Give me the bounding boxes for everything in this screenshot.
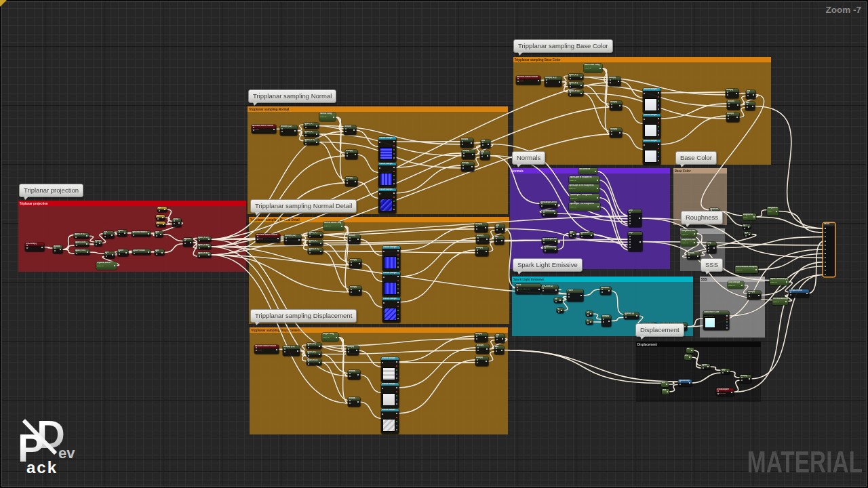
node-multiply[interactable]: Multiply [348, 235, 360, 244]
input-pin[interactable] [382, 362, 383, 363]
output-pin[interactable] [658, 148, 659, 149]
input-pin[interactable] [611, 104, 612, 105]
output-pin[interactable] [573, 234, 574, 235]
node-multiply-2-2-[interactable]: Multiply (2,2) [283, 346, 300, 356]
node-multiply[interactable]: Multiply [460, 138, 473, 148]
input-pin[interactable] [496, 226, 498, 228]
output-pin[interactable] [555, 249, 556, 250]
output-pin[interactable] [580, 77, 582, 78]
input-pin[interactable] [825, 253, 826, 254]
node-mask-b-[interactable]: Mask ( B ) [308, 240, 323, 246]
output-pin[interactable] [618, 81, 619, 82]
comment-box-tripplanar-sampling-normal-detail[interactable]: Tripplanar sampling Normal Detail [249, 217, 509, 324]
comment-header[interactable]: Spark Light Emissive [512, 277, 693, 282]
output-pin[interactable] [396, 417, 397, 418]
output-pin[interactable] [726, 325, 728, 326]
comment-bubble-base-color[interactable]: Base Color [675, 151, 717, 165]
input-pin[interactable] [747, 95, 749, 96]
output-pin[interactable] [580, 295, 582, 296]
output-pin[interactable] [396, 421, 397, 422]
input-pin[interactable] [476, 336, 477, 337]
output-pin[interactable] [684, 326, 686, 327]
input-pin[interactable] [347, 182, 348, 184]
input-pin[interactable] [825, 245, 826, 246]
output-pin[interactable] [639, 218, 640, 219]
input-pin[interactable] [133, 235, 134, 236]
input-pin[interactable] [644, 93, 645, 94]
output-pin[interactable] [471, 142, 472, 144]
node-triplanar-blend[interactable]: Triplanar BlendParam (1) [96, 262, 117, 270]
input-pin[interactable] [587, 314, 589, 316]
output-pin[interactable] [393, 205, 395, 206]
node-wd[interactable]: WD [684, 354, 692, 360]
comment-box-tripplanar-sampling-displacement[interactable]: Tripplanar sampling Displacement [250, 327, 508, 434]
input-pin[interactable] [383, 277, 384, 278]
input-pin[interactable] [477, 252, 478, 253]
output-pin[interactable] [357, 239, 359, 240]
node-add[interactable]: Add [155, 249, 164, 256]
node-add[interactable]: Add [745, 102, 755, 110]
input-pin[interactable] [570, 94, 571, 96]
input-pin[interactable] [309, 244, 311, 245]
node-multiply[interactable]: Multiply [475, 223, 488, 232]
node-smoothstep[interactable]: SmoothStep [678, 380, 692, 386]
output-pin[interactable] [538, 289, 540, 290]
input-pin[interactable] [305, 140, 307, 142]
output-pin[interactable] [597, 188, 598, 189]
node-add[interactable]: Add [480, 151, 490, 160]
output-pin[interactable] [163, 224, 164, 225]
input-pin[interactable] [749, 293, 750, 294]
node-texture-sample[interactable]: Texture Sample [382, 246, 400, 271]
output-pin[interactable] [689, 382, 690, 384]
output-pin[interactable] [276, 349, 277, 350]
output-pin[interactable] [393, 141, 395, 142]
output-pin[interactable] [666, 384, 667, 385]
node-sss-strength[interactable]: SSS StrengthParam (1) [728, 281, 744, 289]
node-sparklight-y-int-roughness[interactable]: SparkLight Y Int RoughnessParam (1) [569, 203, 600, 211]
node-multiply[interactable]: Multiply [475, 247, 488, 256]
output-pin[interactable] [396, 399, 397, 401]
input-pin[interactable] [351, 262, 352, 263]
input-pin[interactable] [825, 236, 826, 237]
input-pin[interactable] [462, 144, 463, 145]
input-pin[interactable] [309, 236, 311, 237]
output-pin[interactable] [397, 288, 399, 289]
node-power[interactable]: Power [117, 230, 127, 237]
node-multiply[interactable]: Multiply [610, 128, 622, 138]
input-pin[interactable] [825, 232, 826, 233]
node-absolute-world-position[interactable]: Absolute World PositionInput Data [252, 125, 276, 134]
output-pin[interactable] [561, 310, 562, 311]
node-mask-b-[interactable]: Mask ( B ) [304, 131, 319, 137]
node-crossproduct[interactable]: CrossProduct [132, 249, 151, 255]
input-pin[interactable] [351, 264, 352, 266]
input-pin[interactable] [351, 289, 352, 290]
node-noise[interactable]: NoiseGradient(Vector,0.1,1) [515, 284, 541, 294]
output-pin[interactable] [786, 281, 787, 283]
output-pin[interactable] [190, 242, 191, 243]
output-pin[interactable] [501, 350, 502, 351]
output-pin[interactable] [208, 239, 210, 240]
input-pin[interactable] [717, 390, 719, 392]
input-pin[interactable] [581, 233, 583, 235]
output-pin[interactable] [355, 181, 356, 182]
input-pin[interactable] [610, 82, 611, 83]
node-thermal-blend-s-[interactable]: Thermal Blend (S)Param (1) [772, 298, 788, 305]
input-pin[interactable] [708, 250, 709, 251]
node-base-color-tiling[interactable]: Base Color TilingParam (2) [584, 64, 602, 73]
node-multiply[interactable]: Multiply [344, 125, 356, 135]
output-pin[interactable] [393, 179, 395, 180]
input-pin[interactable] [308, 363, 309, 365]
input-pin[interactable] [284, 351, 285, 352]
output-pin[interactable] [396, 425, 397, 426]
output-pin[interactable] [486, 348, 488, 350]
output-pin[interactable] [397, 314, 399, 315]
input-pin[interactable] [570, 75, 571, 77]
input-pin[interactable] [610, 79, 611, 81]
input-pin[interactable] [558, 311, 559, 312]
output-pin[interactable] [161, 252, 163, 253]
node-multiply[interactable]: Multiply [740, 375, 751, 383]
input-pin[interactable] [543, 214, 545, 216]
input-pin[interactable] [708, 245, 709, 246]
node-mask-r-[interactable]: Mask ( R ) [307, 343, 321, 349]
input-pin[interactable] [496, 229, 498, 230]
